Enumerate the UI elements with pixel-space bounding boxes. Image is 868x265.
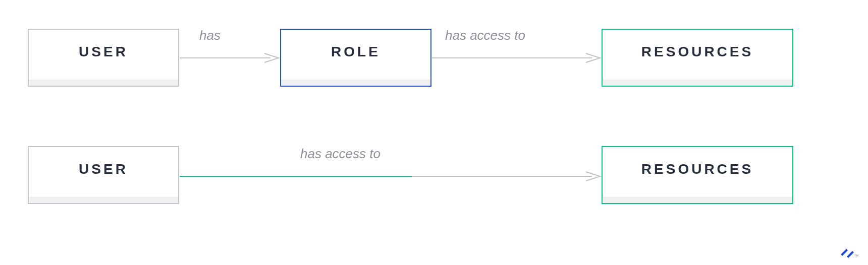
svg-rect-4 <box>846 252 849 255</box>
node-resources-row2: RESOURCES <box>602 146 793 204</box>
arrow-user-to-role <box>180 52 280 53</box>
node-footer <box>281 80 430 86</box>
node-footer <box>29 197 178 203</box>
node-label: RESOURCES <box>641 161 753 177</box>
node-user-row2: USER <box>28 146 179 204</box>
node-label: USER <box>79 161 128 177</box>
node-label: USER <box>79 44 128 60</box>
node-user-row1: USER <box>28 29 179 87</box>
node-label: ROLE <box>331 44 381 60</box>
toptal-logo-icon <box>841 247 854 260</box>
edge-label-has: has <box>199 28 221 43</box>
arrow-role-to-resources <box>432 52 601 53</box>
node-footer <box>603 80 792 86</box>
edge-label-has-access-to-row2: has access to <box>300 146 381 162</box>
node-footer <box>603 197 792 203</box>
arrow-user-to-resources <box>180 171 601 171</box>
access-control-diagram: USER ROLE RESOURCES USER RESOURCES has h… <box>0 0 868 265</box>
trademark-symbol: ™ <box>854 253 859 259</box>
node-resources-row1: RESOURCES <box>602 29 793 87</box>
node-label: RESOURCES <box>641 44 753 60</box>
node-footer <box>29 80 178 86</box>
node-role-row1: ROLE <box>280 29 431 87</box>
edge-label-has-access-to-row1: has access to <box>445 28 525 43</box>
